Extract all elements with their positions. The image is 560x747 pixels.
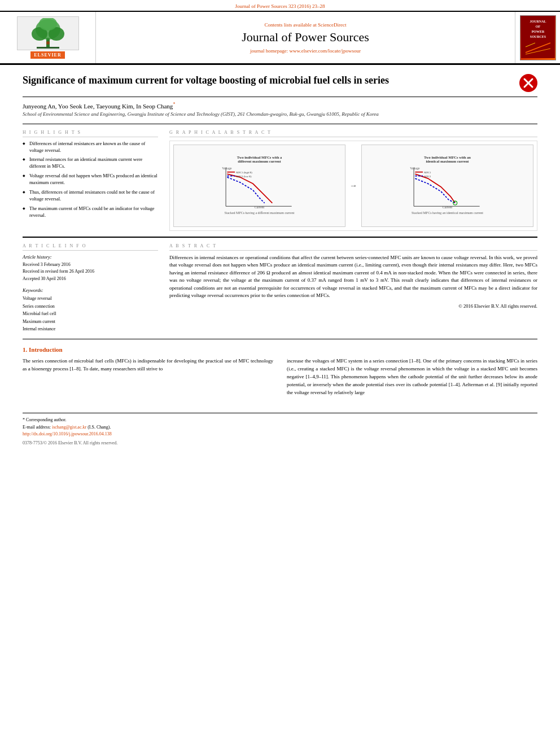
graphical-abstract-box: Two individual MFCs with adifferent maxi… <box>169 141 537 231</box>
highlights-list: Differences of internal resistances are … <box>23 141 158 219</box>
elsevier-brand: ELSEVIER <box>30 51 64 59</box>
svg-text:Current: Current <box>255 206 265 209</box>
abstract-heading: A B S T R A C T <box>169 243 537 251</box>
journal-header-center: Contents lists available at ScienceDirec… <box>96 12 515 63</box>
keyword: Series connection <box>23 303 158 311</box>
highlights-left: H I G H L I G H T S Differences of inter… <box>23 130 158 231</box>
keywords-list: Voltage reversal Series connection Micro… <box>23 295 158 333</box>
intro-col-left: The series connection of microbial fuel … <box>23 357 273 400</box>
svg-text:POWER: POWER <box>531 30 544 33</box>
homepage-link[interactable]: www.elsevier.com/locate/jpowsour <box>290 48 361 54</box>
ga-panel2-title: Two individual MFCs with anidentical max… <box>424 155 471 163</box>
introduction-section: 1. Introduction The series connection of… <box>23 339 537 407</box>
svg-text:MFC2: MFC2 <box>424 175 431 178</box>
svg-text:Current: Current <box>443 206 453 209</box>
keyword: Voltage reversal <box>23 295 158 303</box>
highlights-section: H I G H L I G H T S Differences of inter… <box>23 124 537 237</box>
history-label: Article history: <box>23 254 158 260</box>
highlight-item: The maximum current of MFCs could be an … <box>23 206 158 219</box>
affiliation: School of Environmental Science and Engi… <box>23 111 537 117</box>
abstract-section: A B S T R A C T Differences in internal … <box>169 243 537 333</box>
graphical-abstract-right: G R A P H I C A L A B S T R A C T Two in… <box>169 130 537 231</box>
authors-names: Junyeong An, Yoo Seok Lee, Taeyoung Kim,… <box>23 103 173 110</box>
corresponding-author: * Corresponding author. <box>23 417 537 424</box>
email-footnote: E-mail address: ischang@gist.ac.kr (I.S.… <box>23 424 537 431</box>
abstract-copyright: © 2016 Elsevier B.V. All rights reserved… <box>169 303 537 309</box>
ga-panel1-label: Stacked MFCs having a different maximum … <box>225 211 295 216</box>
doi-link[interactable]: http://dx.doi.org/10.1016/j.jpowsour.201… <box>23 431 112 436</box>
email-link[interactable]: ischang@gist.ac.kr <box>52 425 86 430</box>
journal-cover-area: JOURNAL OF POWER SOURCES <box>515 12 560 63</box>
ga-panel2-label: Stacked MFCs having an identical maximum… <box>412 211 483 216</box>
svg-text:SOURCES: SOURCES <box>530 35 546 38</box>
article-title: Significance of maximum current for volt… <box>23 74 389 87</box>
highlight-item: Voltage reversal did not happen when MFC… <box>23 173 158 186</box>
received-date: Received 3 February 2016 <box>23 261 158 269</box>
keyword: Maximum current <box>23 318 158 326</box>
svg-text:OF: OF <box>535 25 540 28</box>
svg-text:MFC1: MFC1 <box>424 171 431 174</box>
svg-text:Voltage: Voltage <box>222 167 232 170</box>
intro-col-right: increase the voltages of MFC system in a… <box>287 357 537 400</box>
highlights-heading: H I G H L I G H T S <box>23 130 158 137</box>
revised-date: Received in revised form 26 April 2016 <box>23 268 158 276</box>
svg-text:MFC1 (high R): MFC1 (high R) <box>236 171 252 174</box>
keyword: Microbial fuel cell <box>23 310 158 318</box>
footnote-section: * Corresponding author. E-mail address: … <box>23 413 537 447</box>
svg-point-6 <box>46 41 50 45</box>
svg-rect-1 <box>37 47 59 49</box>
journal-citation: Journal of Power Sources 323 (2016) 23–2… <box>0 0 560 11</box>
highlight-item: Internal resistances for an identical ma… <box>23 156 158 170</box>
authors-section: Junyeong An, Yoo Seok Lee, Taeyoung Kim,… <box>23 97 537 124</box>
svg-text:MFC2 (low R): MFC2 (low R) <box>236 175 252 178</box>
journal-title: Journal of Power Sources <box>242 30 369 45</box>
article-info-heading: A R T I C L E I N F O <box>23 243 158 251</box>
highlight-item: Differences of internal resistances are … <box>23 141 158 154</box>
intro-heading: 1. Introduction <box>23 346 537 353</box>
article-info-section: A R T I C L E I N F O Article history: R… <box>23 237 537 339</box>
svg-text:Voltage: Voltage <box>410 167 420 170</box>
elsevier-logo-area: ELSEVIER <box>0 12 96 63</box>
crossmark-badge <box>519 74 537 92</box>
keywords-label: Keywords: <box>23 287 158 293</box>
intro-right-para1: increase the voltages of MFC system in a… <box>287 357 537 397</box>
graphical-abstract-heading: G R A P H I C A L A B S T R A C T <box>169 130 537 137</box>
footer-copyright: 0378-7753/© 2016 Elsevier B.V. All right… <box>23 440 537 447</box>
keywords-section: Keywords: Voltage reversal Series connec… <box>23 287 158 333</box>
intro-left-para1: The series connection of microbial fuel … <box>23 357 273 373</box>
article-history: Article history: Received 3 February 201… <box>23 254 158 283</box>
ga-arrow: → <box>348 145 359 227</box>
article-info-left: A R T I C L E I N F O Article history: R… <box>23 243 158 333</box>
ga-panel-2: Two individual MFCs with anidentical max… <box>361 145 533 227</box>
svg-text:JOURNAL: JOURNAL <box>530 20 546 23</box>
keyword: Internal resistance <box>23 325 158 333</box>
abstract-text: Differences in internal resistances or o… <box>169 254 537 300</box>
sciencedirect-link[interactable]: ScienceDirect <box>318 22 346 28</box>
highlight-item: Thus, differences of internal resistance… <box>23 189 158 203</box>
accepted-date: Accepted 30 April 2016 <box>23 276 158 283</box>
ga-panel-1: Two individual MFCs with adifferent maxi… <box>173 145 345 227</box>
ga-panel1-title: Two individual MFCs with adifferent maxi… <box>237 155 282 163</box>
journal-cover-text: JOURNAL OF POWER SOURCES <box>521 16 555 60</box>
abstract-paragraph: Differences in internal resistances or o… <box>169 254 537 300</box>
